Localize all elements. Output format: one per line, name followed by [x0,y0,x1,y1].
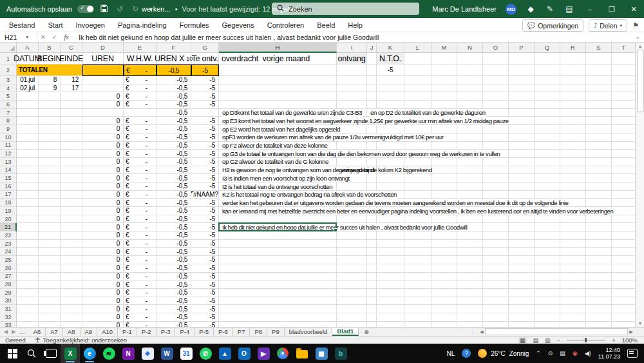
cell-Q4[interactable] [535,84,560,93]
cell-F21[interactable]: -0,5 [156,223,191,231]
cell-D11[interactable]: 0 [82,142,124,150]
column-header-B[interactable]: B [39,43,61,53]
cell-B8[interactable] [39,117,61,125]
row-header-16[interactable]: 16 [0,182,17,191]
cell-A12[interactable] [17,150,39,158]
cell-P31[interactable] [509,305,535,313]
cell-O26[interactable] [483,264,509,273]
cell-B31[interactable] [39,305,61,313]
cell-L24[interactable] [404,248,431,256]
cell-G2[interactable]: -5 [191,64,219,76]
cell-B19[interactable] [39,207,61,215]
cell-O21[interactable] [483,223,509,231]
row-header-24[interactable]: 24 [0,248,17,256]
cell-N28[interactable] [457,280,483,289]
cell-S8[interactable] [586,117,612,125]
cell-B33[interactable] [39,322,61,327]
cell-G3[interactable]: -5 [191,76,219,84]
hidden-icons-chevron[interactable]: ⌃ [536,350,541,357]
page-layout-view-icon[interactable]: ▤ [533,337,539,344]
cell-A30[interactable] [17,297,39,306]
cell-P4[interactable] [509,84,535,93]
sheet-tab-p-5[interactable]: P-5 [194,328,214,336]
cell-I28[interactable] [337,280,367,289]
cell-R23[interactable] [560,240,586,248]
tray-app-icon-3[interactable]: ◉ [573,350,578,357]
cell-E13[interactable]: €- [124,158,156,166]
cell-E17[interactable]: €- [124,191,156,199]
cell-H4[interactable] [219,84,337,93]
cell-P2[interactable] [509,64,535,76]
scroll-up-icon[interactable]: ▲ [638,44,643,48]
cell-T25[interactable] [612,256,636,264]
expand-formula-bar-icon[interactable]: ⌄ [635,34,640,40]
cell-C33[interactable] [61,322,82,327]
cell-G8[interactable]: -5 [191,117,219,125]
column-header-K[interactable]: K [377,43,404,53]
cell-F26[interactable]: -0,5 [156,264,191,273]
name-box-dropdown-icon[interactable]: ▾ [26,34,28,40]
cell-B7[interactable] [39,109,61,117]
cell-L17[interactable] [404,191,431,199]
cell-F28[interactable]: -0,5 [156,280,191,289]
sheet-tab-bladvoorbeeld[interactable]: bladvoorbeeld [285,328,333,336]
cell-K24[interactable] [377,248,404,256]
column-header-H[interactable]: H [219,43,337,53]
cell-F27[interactable]: -0,5 [156,273,191,281]
cell-O10[interactable] [483,133,509,142]
cell-C5[interactable] [61,92,82,101]
cell-F25[interactable]: -0,5 [156,256,191,264]
cell-O11[interactable] [483,142,509,150]
cell-E19[interactable]: €- [124,207,156,215]
cell-B30[interactable] [39,297,61,306]
cell-N17[interactable] [457,191,483,199]
cell-J27[interactable] [367,273,377,281]
cell-F31[interactable]: -0,5 [156,305,191,313]
whatsapp-icon[interactable]: ✆ [196,344,215,363]
cell-E12[interactable]: €- [124,150,156,158]
cell-M6[interactable] [431,101,457,109]
cell-N2[interactable] [457,64,483,76]
cell-A3[interactable]: 01.jul [17,76,39,84]
cell-L25[interactable] [404,256,431,264]
cell-G17[interactable]: #NAAM? [191,191,219,199]
premium-gem-icon[interactable]: ◆ [526,5,536,14]
cell-H6[interactable] [219,101,337,109]
cell-T3[interactable] [612,76,636,84]
cell-A29[interactable] [17,289,39,297]
ribbon-tab-formules[interactable]: Formules [173,21,216,29]
cell-P10[interactable] [509,133,535,142]
document-title[interactable]: werken... [142,5,171,13]
cell-Q8[interactable] [535,117,560,125]
cell-B20[interactable] [39,215,61,224]
cell-O28[interactable] [483,280,509,289]
cell-D7[interactable] [82,109,124,117]
cell-R27[interactable] [560,273,586,281]
cell-L16[interactable] [404,182,431,191]
cell-T11[interactable] [612,142,636,150]
cell-T4[interactable] [612,84,636,93]
cell-P11[interactable] [509,142,535,150]
cell-M3[interactable] [431,76,457,84]
cell-K5[interactable] [377,92,404,101]
cell-D23[interactable]: 0 [82,240,124,248]
cell-G27[interactable]: -5 [191,273,219,281]
cell-F30[interactable]: -0,5 [156,297,191,306]
cell-S26[interactable] [586,264,612,273]
cell-E6[interactable]: €- [124,101,156,109]
cell-E22[interactable]: €- [124,231,156,240]
cell-S27[interactable] [586,273,612,281]
cell-I30[interactable] [337,297,367,306]
row-header-6[interactable]: 6 [0,101,17,109]
cell-H2[interactable] [219,64,337,76]
cell-J5[interactable] [367,92,377,101]
word-icon[interactable]: W [157,344,176,363]
cell-R11[interactable] [560,142,586,150]
cell-T7[interactable] [612,109,636,117]
cell-T31[interactable] [612,305,636,313]
sheet-tab-p-2[interactable]: P-2 [137,328,156,336]
cell-C19[interactable] [61,207,82,215]
cell-E4[interactable]: €- [124,84,156,93]
cell-J15[interactable] [367,174,377,182]
cell-E11[interactable]: €- [124,142,156,150]
